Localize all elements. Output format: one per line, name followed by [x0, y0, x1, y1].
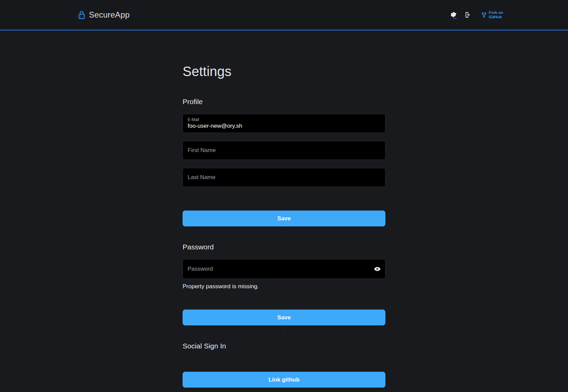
email-field[interactable]: E-Mail — [183, 114, 385, 133]
password-section: Password Property password is missing. S… — [183, 243, 385, 332]
profile-section: Profile E-Mail Save . — [183, 97, 385, 233]
password-error-message: Property password is missing. — [183, 283, 385, 290]
reveal-password-button[interactable] — [374, 266, 381, 272]
profile-save-button[interactable]: Save — [183, 211, 385, 226]
password-heading: Password — [183, 243, 385, 251]
profile-save-dot: . — [183, 228, 385, 233]
password-save-button[interactable]: Save — [183, 310, 385, 325]
eye-icon — [374, 266, 381, 272]
email-input[interactable] — [188, 122, 380, 129]
navbar: SecureApp — [0, 0, 568, 30]
password-input[interactable] — [183, 259, 385, 279]
last-name-input[interactable] — [183, 168, 385, 187]
link-github-button[interactable]: Link github — [183, 372, 385, 388]
email-field-label: E-Mail — [188, 117, 380, 122]
social-sign-in-heading: Social Sign In — [183, 342, 385, 350]
gear-underline — [453, 18, 457, 19]
first-name-input[interactable] — [183, 141, 385, 160]
gear-icon — [450, 11, 456, 18]
fork-link-label: Fork on GitHub — [489, 10, 503, 19]
social-sign-in-section: Social Sign In Link github — [183, 342, 385, 388]
password-field — [183, 259, 385, 279]
password-save-dot: . — [183, 327, 385, 332]
git-fork-icon — [481, 12, 487, 18]
brand[interactable]: SecureApp — [78, 10, 130, 20]
fork-on-github-link[interactable]: Fork on GitHub — [481, 10, 503, 19]
settings-page: Settings Profile E-Mail Save . Password — [183, 64, 385, 388]
page-title: Settings — [183, 64, 385, 79]
profile-heading: Profile — [183, 97, 385, 106]
settings-gear-button[interactable] — [450, 11, 457, 19]
logout-icon — [464, 11, 471, 18]
logout-button[interactable] — [464, 11, 471, 18]
navbar-actions: Fork on GitHub — [450, 10, 503, 19]
brand-name: SecureApp — [89, 10, 130, 20]
lock-icon — [78, 10, 86, 20]
